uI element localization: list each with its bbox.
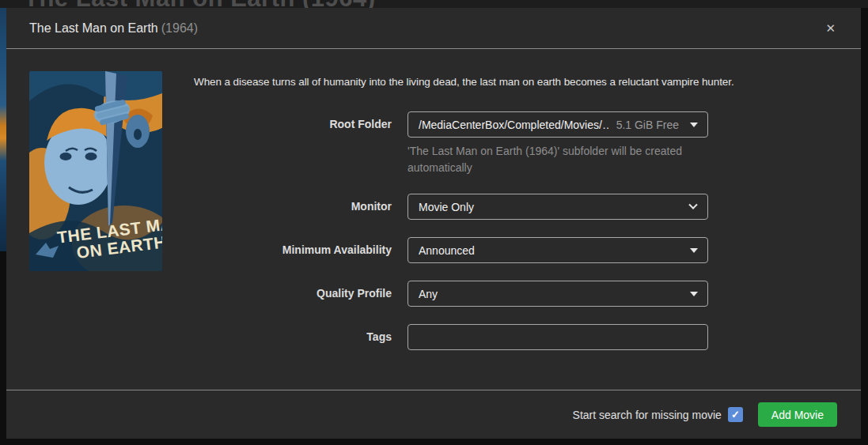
modal-title: The Last Man on Earth(1964) bbox=[29, 21, 198, 36]
caret-down-icon bbox=[690, 248, 698, 253]
root-folder-select[interactable]: /MediaCenterBox/Completed/Movies/… 5.1 G… bbox=[407, 111, 708, 138]
chevron-down-icon bbox=[688, 200, 697, 209]
quality-profile-select[interactable]: Any bbox=[407, 281, 708, 307]
background-poster-sliver bbox=[0, 0, 6, 251]
root-folder-value: /MediaCenterBox/Completed/Movies/… bbox=[419, 119, 610, 131]
check-icon: ✓ bbox=[731, 409, 740, 420]
caret-down-icon bbox=[690, 292, 698, 296]
tags-input[interactable] bbox=[407, 324, 708, 350]
root-folder-free-space: 5.1 GiB Free bbox=[616, 119, 679, 131]
close-button[interactable]: ✕ bbox=[819, 19, 842, 37]
form-row-tags: Tags bbox=[6, 324, 837, 350]
minimum-availability-value: Announced bbox=[419, 244, 690, 257]
modal-header: The Last Man on Earth(1964) ✕ bbox=[6, 8, 861, 49]
monitor-value: Movie Only bbox=[419, 201, 690, 213]
start-search-checkbox[interactable]: ✓ bbox=[728, 407, 743, 422]
modal-body: THE LAST MAN ON EARTH When a disease tur… bbox=[6, 49, 861, 390]
tags-label: Tags bbox=[6, 324, 392, 350]
minimum-availability-select[interactable]: Announced bbox=[407, 237, 708, 263]
movie-poster-art: THE LAST MAN ON EARTH bbox=[29, 71, 162, 271]
close-icon: ✕ bbox=[825, 21, 836, 35]
movie-poster: THE LAST MAN ON EARTH bbox=[29, 71, 162, 271]
background-page-title: The Last Man on Earth (1964) bbox=[24, 0, 376, 8]
quality-profile-value: Any bbox=[419, 288, 690, 300]
movie-year: (1964) bbox=[161, 21, 198, 35]
modal-footer: Start search for missing movie ✓ Add Mov… bbox=[6, 390, 861, 439]
add-movie-button[interactable]: Add Movie bbox=[758, 402, 837, 427]
caret-down-icon bbox=[690, 123, 698, 127]
start-search-label: Start search for missing movie bbox=[573, 409, 722, 421]
monitor-select[interactable]: Movie Only bbox=[407, 194, 708, 220]
form-row-quality-profile: Quality Profile Any bbox=[6, 281, 837, 307]
movie-overview: When a disease turns all of humanity int… bbox=[194, 76, 837, 88]
background-page-header: The Last Man on Earth (1964) bbox=[0, 0, 868, 8]
root-folder-hint: 'The Last Man on Earth (1964)' subfolder… bbox=[407, 143, 702, 176]
movie-title: The Last Man on Earth bbox=[29, 21, 158, 35]
add-movie-modal: The Last Man on Earth(1964) ✕ bbox=[6, 8, 861, 439]
quality-profile-label: Quality Profile bbox=[6, 281, 392, 307]
